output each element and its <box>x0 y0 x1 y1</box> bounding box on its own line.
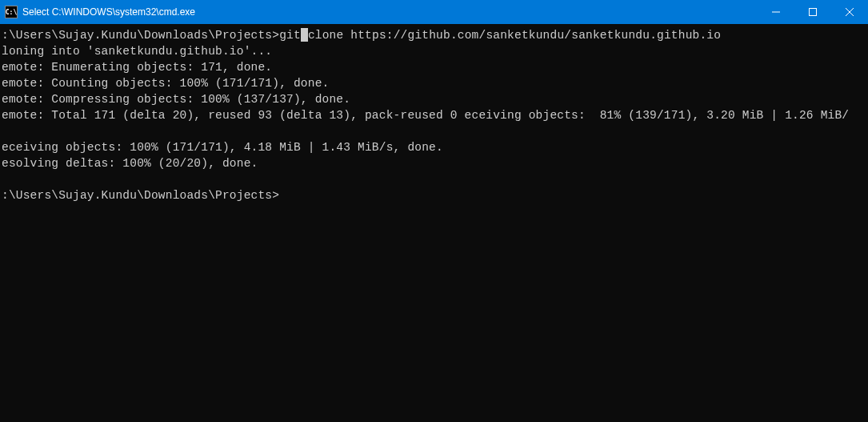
terminal-line <box>2 123 866 139</box>
window-title: Select C:\WINDOWS\system32\cmd.exe <box>22 6 195 18</box>
minimize-icon <box>772 8 780 16</box>
terminal-line: esolving deltas: 100% (20/20), done. <box>2 155 866 171</box>
svg-rect-1 <box>810 9 817 16</box>
command-text: git <box>279 29 301 42</box>
terminal-line: :\Users\Sujay.Kundu\Downloads\Projects>g… <box>2 27 866 43</box>
terminal-area[interactable]: :\Users\Sujay.Kundu\Downloads\Projects>g… <box>0 24 868 422</box>
window-controls <box>758 0 868 24</box>
prompt: :\Users\Sujay.Kundu\Downloads\Projects> <box>2 29 279 42</box>
terminal-line: :\Users\Sujay.Kundu\Downloads\Projects> <box>2 187 866 203</box>
minimize-button[interactable] <box>758 0 794 24</box>
titlebar[interactable]: C:\ Select C:\WINDOWS\system32\cmd.exe <box>0 0 868 24</box>
selection-cursor <box>301 28 308 42</box>
terminal-line: eceiving objects: 100% (171/171), 4.18 M… <box>2 139 866 155</box>
terminal-line: emote: Total 171 (delta 20), reused 93 (… <box>2 107 866 123</box>
cmd-icon: C:\ <box>5 6 18 18</box>
terminal-line: emote: Counting objects: 100% (171/171),… <box>2 75 866 91</box>
close-icon <box>846 8 854 16</box>
terminal-line: emote: Enumerating objects: 171, done. <box>2 59 866 75</box>
terminal-line: loning into 'sanketkundu.github.io'... <box>2 43 866 59</box>
maximize-icon <box>809 8 817 16</box>
terminal-line <box>2 171 866 187</box>
prompt: :\Users\Sujay.Kundu\Downloads\Projects> <box>2 189 279 202</box>
terminal-line: emote: Compressing objects: 100% (137/13… <box>2 91 866 107</box>
command-text: clone https://github.com/sanketkundu/san… <box>308 29 721 42</box>
close-button[interactable] <box>831 0 868 24</box>
cmd-icon-text: C:\ <box>6 9 17 16</box>
maximize-button[interactable] <box>794 0 831 24</box>
